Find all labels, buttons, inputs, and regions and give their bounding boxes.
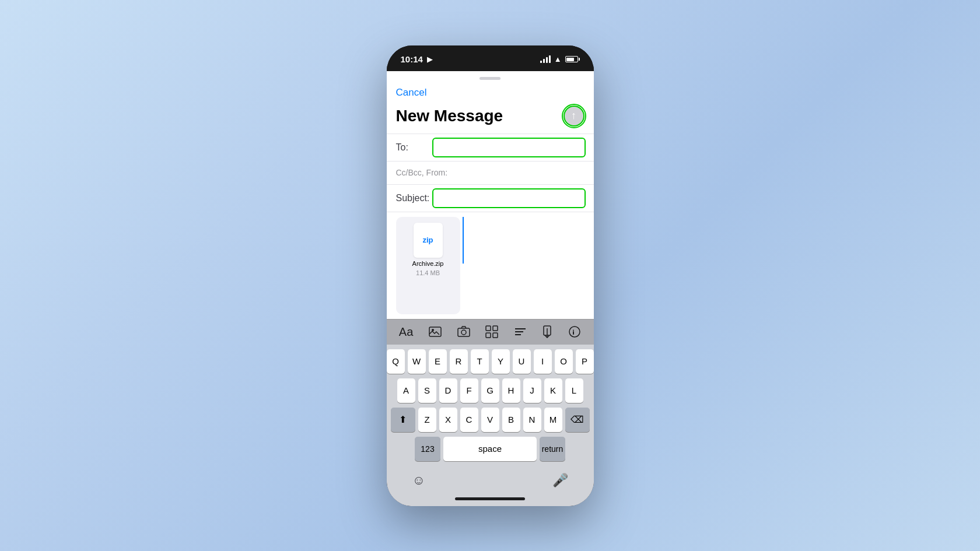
key-j[interactable]: J: [523, 378, 541, 403]
delete-key[interactable]: ⌫: [565, 408, 590, 432]
key-i[interactable]: I: [534, 349, 552, 374]
svg-rect-2: [458, 328, 470, 336]
send-icon: ↑: [571, 110, 576, 121]
status-bar: 10:14 ▶ ▲: [387, 45, 594, 71]
mail-compose: Cancel New Message ↑ To: Cc/Bcc, From: S…: [387, 80, 594, 319]
zip-file-icon: zip: [414, 223, 443, 258]
key-o[interactable]: O: [555, 349, 573, 374]
text-cursor: [463, 217, 464, 264]
key-x[interactable]: X: [439, 408, 457, 432]
scan-button[interactable]: [482, 323, 502, 341]
key-s[interactable]: S: [418, 378, 436, 403]
format-text-button[interactable]: Aa: [396, 323, 416, 341]
key-u[interactable]: U: [513, 349, 531, 374]
battery-fill: [566, 58, 574, 61]
status-icons: ▲: [540, 55, 580, 64]
keyboard-row-4: 123 space return: [389, 437, 592, 461]
photo-library-button[interactable]: [425, 323, 445, 341]
phone-frame: 10:14 ▶ ▲: [387, 45, 594, 506]
keyboard: Q W E R T Y U I O P A S D F G H J K: [387, 345, 594, 468]
key-m[interactable]: M: [544, 408, 562, 432]
home-bar: [455, 497, 525, 500]
zip-type-label: zip: [422, 236, 433, 244]
signal-bar-4: [549, 55, 551, 63]
microphone-button[interactable]: 🎤: [550, 471, 570, 490]
phone-content: Cancel New Message ↑ To: Cc/Bcc, From: S…: [387, 71, 594, 506]
keyboard-row-2: A S D F G H J K L: [389, 378, 592, 403]
status-time: 10:14 ▶: [401, 54, 432, 64]
signal-icon: [540, 55, 551, 63]
cc-bcc-label: Cc/Bcc, From:: [396, 168, 448, 177]
svg-point-13: [569, 327, 580, 337]
svg-rect-4: [486, 326, 491, 331]
key-g[interactable]: G: [481, 378, 499, 403]
key-q[interactable]: Q: [387, 349, 405, 374]
keyboard-row-3: ⬆ Z X C V B N M ⌫: [389, 408, 592, 432]
home-indicator: [387, 495, 594, 506]
emoji-button[interactable]: ☺: [410, 471, 428, 490]
key-v[interactable]: V: [481, 408, 499, 432]
signal-bar-2: [543, 59, 545, 63]
key-l[interactable]: L: [565, 378, 583, 403]
wifi-icon: ▲: [554, 55, 562, 64]
key-n[interactable]: N: [523, 408, 541, 432]
battery-tip: [579, 58, 580, 61]
attachment-size: 11.4 MB: [416, 269, 440, 276]
key-z[interactable]: Z: [418, 408, 436, 432]
location-icon: ▶: [427, 55, 432, 64]
compose-header: Cancel: [387, 80, 594, 103]
compose-title-row: New Message ↑: [387, 103, 594, 134]
shift-key[interactable]: ⬆: [391, 408, 415, 432]
attachment-button[interactable]: [538, 323, 556, 341]
return-key[interactable]: return: [540, 437, 565, 461]
key-y[interactable]: Y: [492, 349, 510, 374]
svg-rect-5: [493, 326, 498, 331]
more-button[interactable]: [565, 323, 584, 341]
svg-point-3: [461, 330, 466, 335]
key-k[interactable]: K: [544, 378, 562, 403]
key-a[interactable]: A: [397, 378, 415, 403]
key-e[interactable]: E: [429, 349, 447, 374]
signal-bar-3: [546, 57, 548, 63]
battery-icon: [565, 56, 580, 62]
to-input[interactable]: [433, 139, 584, 156]
bottom-bar: ☺ 🎤: [387, 468, 594, 495]
key-c[interactable]: C: [460, 408, 478, 432]
subject-row: Subject:: [387, 184, 594, 212]
cancel-button[interactable]: Cancel: [396, 87, 427, 99]
numbers-key[interactable]: 123: [415, 437, 440, 461]
sheet-handle: [387, 71, 594, 80]
battery-body: [565, 56, 578, 62]
svg-rect-6: [486, 333, 491, 338]
space-key[interactable]: space: [443, 437, 537, 461]
key-p[interactable]: P: [576, 349, 594, 374]
signal-bar-1: [540, 61, 542, 63]
key-w[interactable]: W: [408, 349, 426, 374]
key-h[interactable]: H: [502, 378, 520, 403]
send-button[interactable]: ↑: [564, 106, 584, 127]
svg-rect-7: [493, 333, 498, 338]
keyboard-row-1: Q W E R T Y U I O P: [389, 349, 592, 374]
time-display: 10:14: [401, 54, 423, 64]
subject-input[interactable]: [433, 189, 584, 207]
key-b[interactable]: B: [502, 408, 520, 432]
key-r[interactable]: R: [450, 349, 468, 374]
key-t[interactable]: T: [471, 349, 489, 374]
camera-button[interactable]: [454, 324, 474, 340]
attachment-card: zip Archive.zip 11.4 MB: [396, 217, 460, 314]
body-area[interactable]: zip Archive.zip 11.4 MB: [387, 212, 594, 319]
to-label: To:: [396, 142, 433, 153]
keyboard-toolbar: Aa: [387, 319, 594, 345]
key-f[interactable]: F: [460, 378, 478, 403]
cc-bcc-row: Cc/Bcc, From:: [387, 161, 594, 184]
key-d[interactable]: D: [439, 378, 457, 403]
subject-label: Subject:: [396, 193, 433, 203]
attachment-filename: Archive.zip: [412, 260, 444, 267]
format-button[interactable]: [510, 324, 530, 339]
compose-title: New Message: [396, 107, 503, 125]
to-field-row: To:: [387, 134, 594, 161]
